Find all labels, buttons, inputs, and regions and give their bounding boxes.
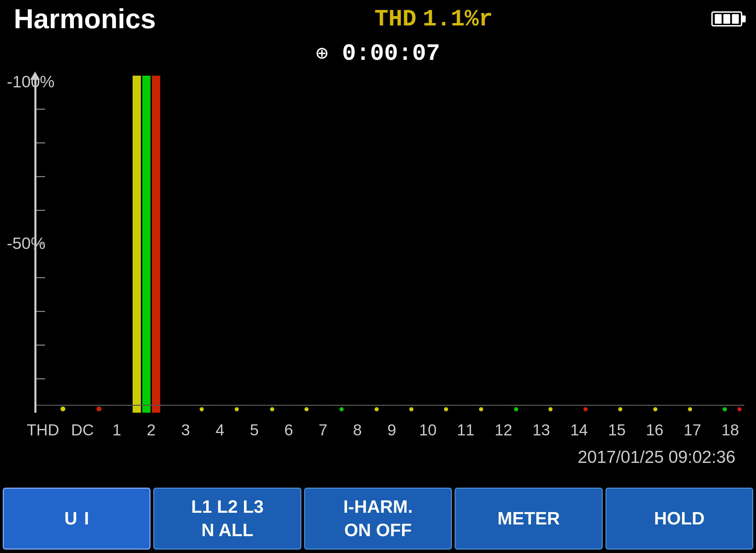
thd-display: THD 1.1%r — [375, 6, 493, 32]
btn-l1l2l3[interactable]: L1 L2 L3 N ALL — [153, 488, 301, 550]
subheader: ⊕ 0:00:07 — [0, 38, 756, 69]
btn-meter[interactable]: METER — [455, 488, 602, 550]
x-label-12: 12 — [485, 421, 522, 439]
x-label-9: 9 — [375, 421, 409, 439]
btn-iharm-line1: I-HARM. — [343, 495, 413, 519]
x-label-7: 7 — [306, 421, 340, 439]
dot-h6 — [340, 407, 344, 411]
x-label-14: 14 — [560, 421, 598, 439]
dot-h11 — [514, 407, 518, 411]
x-label-15: 15 — [598, 421, 636, 439]
dot-h9 — [444, 407, 448, 411]
button-bar: U I L1 L2 L3 N ALL I-HARM. ON OFF METER … — [0, 484, 756, 553]
btn-hold[interactable]: HOLD — [605, 488, 753, 550]
x-label-13: 13 — [522, 421, 560, 439]
thd-label: THD — [375, 6, 416, 32]
bars-container — [36, 76, 744, 413]
page-title: Harmonics — [14, 3, 156, 35]
btn-l1l2l3-line1: L1 L2 L3 — [191, 495, 264, 519]
x-label-10: 10 — [409, 421, 447, 439]
dot-h4 — [270, 407, 274, 411]
dot-h14 — [618, 407, 622, 411]
btn-ui[interactable]: U I — [3, 488, 151, 550]
btn-ui-label-u: U — [64, 507, 77, 530]
dot-h5 — [304, 407, 309, 411]
dot-h2 — [200, 407, 204, 411]
dot-h17 — [723, 407, 727, 411]
dot-dc-red — [97, 406, 101, 411]
bar-h1-red — [152, 76, 160, 413]
x-label-17: 17 — [674, 421, 711, 439]
x-label-dc: DC — [65, 421, 100, 439]
dot-h8 — [409, 407, 413, 411]
bar-h1-yellow — [133, 76, 141, 413]
dot-h16 — [688, 407, 692, 411]
btn-l1l2l3-line2: N ALL — [201, 519, 253, 542]
x-baseline — [36, 405, 744, 406]
battery-bar-3 — [732, 14, 739, 24]
x-label-6: 6 — [271, 421, 306, 439]
x-label-2: 2 — [134, 421, 168, 439]
btn-hold-label: HOLD — [654, 507, 704, 530]
x-label-11: 11 — [447, 421, 485, 439]
dot-h12 — [548, 407, 553, 411]
btn-ui-label-i: I — [84, 507, 89, 530]
x-label-16: 16 — [636, 421, 674, 439]
dot-h3 — [235, 407, 239, 411]
dot-h10 — [479, 407, 483, 411]
x-axis-labels: THD DC 1 2 3 4 5 6 7 8 9 10 11 12 13 14 … — [21, 416, 749, 444]
x-label-3: 3 — [168, 421, 203, 439]
bar-h1-green — [142, 76, 151, 413]
thd-value: 1.1%r — [423, 6, 493, 32]
battery-bar-2 — [723, 14, 730, 24]
x-label-5: 5 — [237, 421, 271, 439]
dot-h7 — [375, 407, 379, 411]
btn-meter-label: METER — [497, 507, 560, 530]
dot-h13 — [583, 407, 588, 411]
battery-icon — [711, 11, 742, 26]
btn-iharm-line2: ON OFF — [344, 519, 412, 542]
dot-thd-yellow — [60, 406, 65, 411]
header: Harmonics THD 1.1%r — [0, 0, 756, 38]
x-label-thd: THD — [21, 421, 65, 439]
x-label-4: 4 — [203, 421, 237, 439]
x-label-1: 1 — [100, 421, 134, 439]
x-label-8: 8 — [340, 421, 375, 439]
btn-iharm[interactable]: I-HARM. ON OFF — [304, 488, 452, 550]
dot-h18 — [737, 407, 742, 411]
chart-container: -100% -50% — [0, 69, 756, 475]
clock-icon: ⊕ — [316, 41, 328, 66]
x-label-18: 18 — [711, 421, 749, 439]
dot-h15 — [653, 407, 657, 411]
datetime-stamp: 2017/01/25 09:02:36 — [578, 447, 735, 467]
battery-bar-1 — [715, 14, 722, 24]
clock-value: 0:00:07 — [342, 40, 440, 67]
